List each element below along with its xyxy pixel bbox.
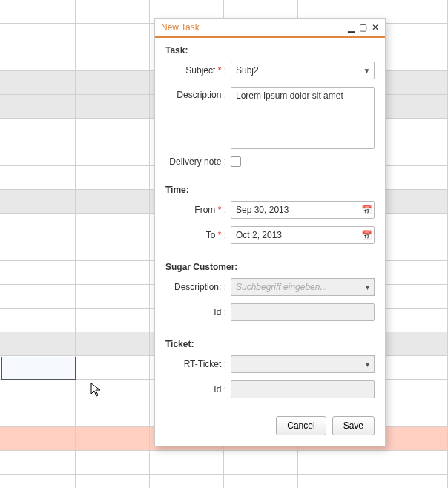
rt-ticket-label: RT-Ticket : [165,359,231,369]
maximize-icon[interactable]: ▢ [359,22,367,33]
from-date-field[interactable]: Sep 30, 2013 📅 [231,201,375,219]
dialog-title: New Task [161,22,200,33]
sugar-id-label: Id : [165,307,231,317]
delivery-note-label: Delivery note : [165,156,231,167]
subject-combo[interactable]: Subj2 ▼ [231,62,375,79]
close-icon[interactable]: ✕ [372,22,379,33]
calendar-icon[interactable]: 📅 [360,227,373,243]
section-ticket-heading: Ticket: [165,339,375,349]
selected-day-cell[interactable] [1,357,76,380]
sugar-description-combo[interactable]: Suchbegriff eingeben... ▾ [231,278,375,296]
chevron-down-icon[interactable]: ▼ [360,62,373,79]
delivery-note-checkbox[interactable] [231,156,241,167]
to-date-field[interactable]: Oct 2, 2013 📅 [231,226,375,244]
task-description-textarea[interactable]: Lorem ipsum dolor sit amet [231,87,375,149]
subject-value: Subj2 [236,65,259,76]
minimize-icon[interactable]: ▁ [348,22,355,33]
task-description-label: Description : [165,87,231,100]
dialog-titlebar[interactable]: New Task ▁ ▢ ✕ [155,19,385,38]
cancel-button[interactable]: Cancel [276,416,326,435]
ticket-id-field [231,380,375,398]
sugar-description-label: Description: : [165,282,231,292]
section-sugar-heading: Sugar Customer: [165,262,375,272]
section-time-heading: Time: [165,185,375,195]
save-button[interactable]: Save [332,416,375,435]
from-label: From * : [165,205,231,215]
chevron-down-icon[interactable]: ▾ [360,278,375,296]
ticket-id-label: Id : [165,384,231,395]
sugar-id-field [231,303,375,321]
sugar-description-placeholder: Suchbegriff eingeben... [236,282,327,292]
chevron-down-icon[interactable]: ▾ [360,355,375,373]
to-label: To * : [165,230,231,240]
calendar-icon[interactable]: 📅 [360,202,373,218]
section-task-heading: Task: [165,45,375,56]
new-task-dialog: New Task ▁ ▢ ✕ Task: Subject * : Subj2 ▼… [154,18,386,446]
rt-ticket-combo[interactable]: ▾ [231,355,375,373]
subject-label: Subject * : [165,65,231,76]
